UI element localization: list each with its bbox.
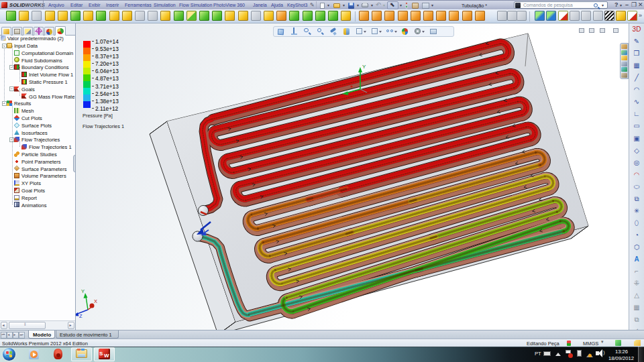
svg-text:Z: Z [79,313,83,319]
svg-text:Y: Y [81,288,85,294]
svg-text:X: X [94,298,97,304]
svg-text:Y: Y [362,64,366,70]
